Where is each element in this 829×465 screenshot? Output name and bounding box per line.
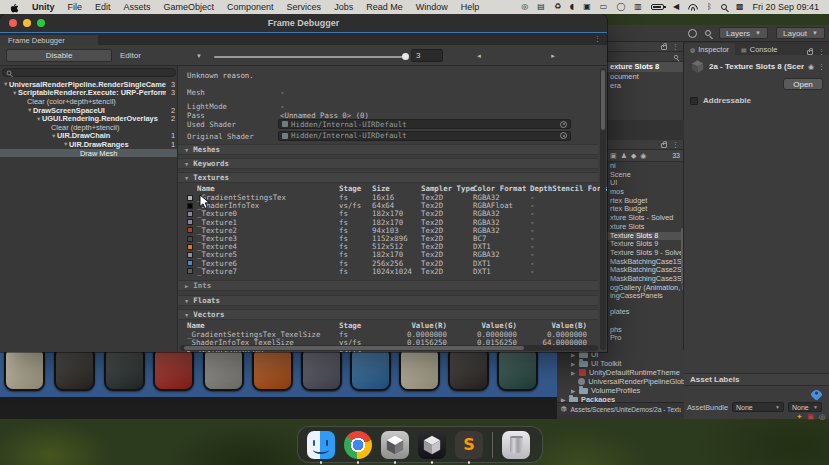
addressable-checkbox[interactable] xyxy=(690,97,698,105)
minimize-button[interactable] xyxy=(23,19,31,27)
apple-menu-icon[interactable] xyxy=(10,2,19,13)
finder-icon[interactable] xyxy=(307,431,335,459)
section-floats[interactable]: ▼Floats xyxy=(178,295,598,306)
journal-art-thumb[interactable] xyxy=(104,350,145,391)
activity-icon[interactable]: ✦ xyxy=(796,413,802,421)
hierarchy-item-camera[interactable]: era xyxy=(607,81,683,91)
info-icon[interactable]: ◉ xyxy=(640,152,646,160)
tree-row[interactable]: Clear (depth+stencil) xyxy=(0,123,178,132)
close-button[interactable] xyxy=(9,19,17,27)
lava-thumb[interactable] xyxy=(252,350,293,391)
lock-icon[interactable] xyxy=(661,45,667,50)
display-icon[interactable]: ▤ xyxy=(537,3,545,11)
menu-edit[interactable]: Edit xyxy=(95,2,111,12)
section-meshes[interactable]: ▼Meshes xyxy=(178,144,598,155)
menu-jobs[interactable]: Jobs xyxy=(334,2,353,12)
tree-row[interactable]: ▼UIR.DrawRanges1 xyxy=(0,140,178,149)
kebab-menu-icon[interactable]: ⋮ xyxy=(672,141,679,148)
tree-row[interactable]: ▼DrawScreenSpaceUI2 xyxy=(0,106,178,115)
unity-editor-icon[interactable] xyxy=(418,431,446,459)
menu-help[interactable]: Help xyxy=(461,2,480,12)
assetbundle-dropdown[interactable]: None▼ xyxy=(732,402,784,412)
event-number-field[interactable]: 3 xyxy=(411,49,443,62)
project-list-scrollbar[interactable] xyxy=(681,228,683,284)
globe-icon[interactable]: ◯ xyxy=(616,3,625,11)
folder-item-ui-toolkit[interactable]: ▶ UI Toolkit xyxy=(557,359,684,368)
record-icon[interactable]: ◎ xyxy=(521,3,528,11)
kebab-menu-icon[interactable]: ⋮ xyxy=(818,48,825,55)
menu-assets[interactable]: Assets xyxy=(124,2,151,12)
section-vectors[interactable]: ▼Vectors xyxy=(178,309,598,320)
dark-art-thumb[interactable] xyxy=(54,350,95,391)
game-view[interactable] xyxy=(0,350,557,397)
tab-inspector[interactable]: ◍ Inspector xyxy=(684,43,735,55)
help-icon[interactable]: ◉ xyxy=(808,63,814,71)
section-ints[interactable]: ▶Ints xyxy=(178,280,598,291)
texture-row[interactable]: _Texture7fs1024x1024Tex2DDXT1- xyxy=(187,267,590,276)
tab-console[interactable]: ▤ Console xyxy=(735,43,783,55)
tv-icon[interactable]: ▭ xyxy=(600,3,608,11)
control-center-icon[interactable]: ▩ xyxy=(736,3,744,11)
kebab-menu-icon[interactable]: ⋮ xyxy=(672,43,679,50)
red-bin-thumb[interactable] xyxy=(153,350,194,391)
prev-event-button[interactable]: ◂ xyxy=(448,48,510,63)
folder-item-packages[interactable]: ▶ Packages xyxy=(557,395,684,402)
bluetooth-icon[interactable]: ᛒ xyxy=(707,3,712,11)
account-icon[interactable] xyxy=(688,29,697,38)
project-list-item[interactable]: Pro xyxy=(607,334,683,343)
character-thumb[interactable] xyxy=(301,350,342,391)
bin-icon[interactable]: ♻ xyxy=(554,3,561,11)
hierarchy-item-uidocument[interactable]: ocument xyxy=(607,72,683,82)
hierarchy-search-icon[interactable] xyxy=(674,54,678,58)
backup-icon[interactable]: ▥ xyxy=(634,3,642,11)
menu-file[interactable]: File xyxy=(68,2,83,12)
project-list-item[interactable]: ingCasesPanels xyxy=(607,292,683,301)
project-list-item[interactable]: Scene xyxy=(607,171,683,180)
dark-art-thumb[interactable] xyxy=(448,350,489,391)
label-tag-icon[interactable] xyxy=(810,388,823,401)
menu-unity[interactable]: Unity xyxy=(32,2,55,12)
menubar-clock[interactable]: Fri 20 Sep 09:41 xyxy=(752,2,819,12)
chrome-icon[interactable] xyxy=(344,431,372,459)
menu-component[interactable]: Component xyxy=(227,2,274,12)
layers-dropdown[interactable]: Layers▼ xyxy=(719,27,768,39)
wifi-icon[interactable] xyxy=(688,4,698,10)
folder-item-urp-global-settings[interactable]: ▶ UniversalRenderPipelineGlobalSet xyxy=(557,377,684,386)
menu-window[interactable]: Window xyxy=(416,2,448,12)
original-shader-field[interactable]: Hidden/Internal-UIRDefault xyxy=(278,131,571,141)
target-device-dropdown[interactable]: Editor ▼ xyxy=(114,49,208,62)
details-horizontal-scrollbar[interactable] xyxy=(180,345,598,351)
label-filter-icon[interactable]: ◆ xyxy=(631,152,636,160)
section-textures[interactable]: ▼Textures xyxy=(178,172,598,183)
next-event-button[interactable]: ▸ xyxy=(522,48,584,63)
open-button[interactable]: Open xyxy=(783,78,823,90)
folder-item-volume-profiles[interactable]: ▶ VolumeProfiles xyxy=(557,386,684,395)
details-vertical-scrollbar[interactable] xyxy=(600,68,606,350)
assetbundle-variant-dropdown[interactable]: None▼ xyxy=(788,402,822,412)
asset-labels-header[interactable]: Asset Labels xyxy=(684,373,829,386)
error-icon[interactable]: ▣ xyxy=(807,413,814,421)
event-slider[interactable] xyxy=(214,56,406,58)
progress-icon[interactable]: ◎ xyxy=(819,413,825,421)
object-picker-icon[interactable] xyxy=(560,121,567,128)
cliff-thumb[interactable] xyxy=(203,350,244,391)
menu-services[interactable]: Services xyxy=(287,2,322,12)
notch-icon[interactable]: ◖ xyxy=(570,3,574,11)
tree-row[interactable]: ▼UniversalRenderPipeline.RenderSingleCam… xyxy=(0,80,178,89)
used-shader-field[interactable]: Hidden/Internal-UIRDefault xyxy=(278,119,571,129)
sample-project-thumb[interactable] xyxy=(4,350,45,391)
zoom-button[interactable] xyxy=(37,19,45,27)
checkbox-icon[interactable]: ▣ xyxy=(583,3,591,11)
kebab-menu-icon[interactable]: ⋮ xyxy=(818,63,825,71)
sample-project-thumb[interactable] xyxy=(399,350,440,391)
object-picker-icon[interactable] xyxy=(560,132,567,139)
diver-thumb[interactable] xyxy=(497,350,538,391)
unity-hub-icon[interactable] xyxy=(381,431,409,459)
tree-search-input[interactable] xyxy=(2,68,176,77)
volume-icon[interactable]: ◀ xyxy=(673,3,679,11)
disable-button[interactable]: Disable xyxy=(6,49,112,62)
tree-row[interactable]: ▼UGUI.Rendering.RenderOverlays2 xyxy=(0,114,178,123)
tree-row-selected[interactable]: Draw Mesh xyxy=(0,149,178,158)
lock-icon[interactable] xyxy=(661,143,667,148)
window-titlebar[interactable]: Frame Debugger xyxy=(0,14,607,32)
